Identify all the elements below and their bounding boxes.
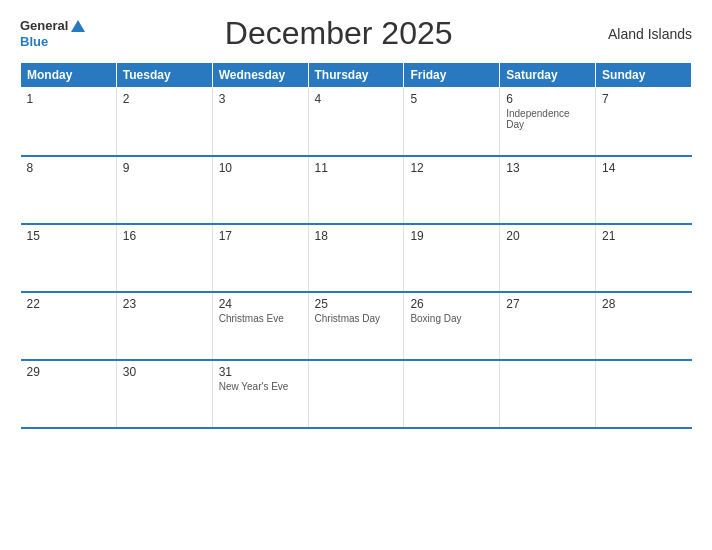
day-number: 28 bbox=[602, 297, 685, 311]
day-number: 9 bbox=[123, 161, 206, 175]
calendar-cell: 23 bbox=[116, 292, 212, 360]
calendar-cell: 20 bbox=[500, 224, 596, 292]
col-thursday: Thursday bbox=[308, 63, 404, 88]
day-number: 16 bbox=[123, 229, 206, 243]
calendar-week-5: 293031New Year's Eve bbox=[21, 360, 692, 428]
holiday-label: Independence Day bbox=[506, 108, 589, 130]
day-number: 25 bbox=[315, 297, 398, 311]
calendar-cell: 4 bbox=[308, 88, 404, 156]
logo-bottom: Blue bbox=[20, 34, 85, 50]
day-number: 2 bbox=[123, 92, 206, 106]
day-number: 31 bbox=[219, 365, 302, 379]
day-number: 27 bbox=[506, 297, 589, 311]
calendar-cell: 7 bbox=[596, 88, 692, 156]
day-number: 24 bbox=[219, 297, 302, 311]
calendar-cell: 5 bbox=[404, 88, 500, 156]
calendar-table: Monday Tuesday Wednesday Thursday Friday… bbox=[20, 62, 692, 429]
calendar-week-3: 15161718192021 bbox=[21, 224, 692, 292]
day-number: 17 bbox=[219, 229, 302, 243]
logo-top: General bbox=[20, 18, 85, 34]
calendar-header: Monday Tuesday Wednesday Thursday Friday… bbox=[21, 63, 692, 88]
calendar-cell: 9 bbox=[116, 156, 212, 224]
calendar-cell: 11 bbox=[308, 156, 404, 224]
day-number: 15 bbox=[27, 229, 110, 243]
day-number: 26 bbox=[410, 297, 493, 311]
calendar-cell: 8 bbox=[21, 156, 117, 224]
calendar-cell: 15 bbox=[21, 224, 117, 292]
holiday-label: New Year's Eve bbox=[219, 381, 302, 392]
day-number: 22 bbox=[27, 297, 110, 311]
logo-triangle-icon bbox=[71, 20, 85, 32]
calendar-cell: 14 bbox=[596, 156, 692, 224]
calendar-cell: 25Christmas Day bbox=[308, 292, 404, 360]
calendar-cell: 2 bbox=[116, 88, 212, 156]
calendar-cell: 24Christmas Eve bbox=[212, 292, 308, 360]
calendar-cell bbox=[308, 360, 404, 428]
day-number: 21 bbox=[602, 229, 685, 243]
calendar-cell bbox=[404, 360, 500, 428]
day-number: 30 bbox=[123, 365, 206, 379]
calendar-cell: 16 bbox=[116, 224, 212, 292]
col-wednesday: Wednesday bbox=[212, 63, 308, 88]
calendar-cell bbox=[500, 360, 596, 428]
calendar-cell: 27 bbox=[500, 292, 596, 360]
col-sunday: Sunday bbox=[596, 63, 692, 88]
calendar-week-1: 123456Independence Day7 bbox=[21, 88, 692, 156]
day-number: 6 bbox=[506, 92, 589, 106]
calendar-title: December 2025 bbox=[85, 15, 592, 52]
calendar-cell bbox=[596, 360, 692, 428]
day-number: 1 bbox=[27, 92, 110, 106]
calendar-cell: 30 bbox=[116, 360, 212, 428]
calendar-cell: 18 bbox=[308, 224, 404, 292]
logo: General Blue bbox=[20, 18, 85, 49]
header: General Blue December 2025 Aland Islands bbox=[20, 15, 692, 52]
holiday-label: Boxing Day bbox=[410, 313, 493, 324]
calendar-cell: 17 bbox=[212, 224, 308, 292]
day-number: 23 bbox=[123, 297, 206, 311]
calendar-body: 123456Independence Day789101112131415161… bbox=[21, 88, 692, 428]
calendar-week-2: 891011121314 bbox=[21, 156, 692, 224]
day-number: 14 bbox=[602, 161, 685, 175]
logo-blue-text: Blue bbox=[20, 34, 48, 50]
weekday-row: Monday Tuesday Wednesday Thursday Friday… bbox=[21, 63, 692, 88]
calendar-cell: 22 bbox=[21, 292, 117, 360]
col-monday: Monday bbox=[21, 63, 117, 88]
calendar-cell: 10 bbox=[212, 156, 308, 224]
calendar-page: General Blue December 2025 Aland Islands… bbox=[0, 0, 712, 550]
calendar-week-4: 222324Christmas Eve25Christmas Day26Boxi… bbox=[21, 292, 692, 360]
calendar-cell: 28 bbox=[596, 292, 692, 360]
day-number: 12 bbox=[410, 161, 493, 175]
calendar-cell: 1 bbox=[21, 88, 117, 156]
day-number: 3 bbox=[219, 92, 302, 106]
day-number: 5 bbox=[410, 92, 493, 106]
calendar-cell: 3 bbox=[212, 88, 308, 156]
day-number: 7 bbox=[602, 92, 685, 106]
calendar-cell: 12 bbox=[404, 156, 500, 224]
calendar-cell: 19 bbox=[404, 224, 500, 292]
calendar-cell: 26Boxing Day bbox=[404, 292, 500, 360]
day-number: 20 bbox=[506, 229, 589, 243]
calendar-cell: 13 bbox=[500, 156, 596, 224]
col-friday: Friday bbox=[404, 63, 500, 88]
day-number: 10 bbox=[219, 161, 302, 175]
calendar-cell: 6Independence Day bbox=[500, 88, 596, 156]
day-number: 29 bbox=[27, 365, 110, 379]
day-number: 4 bbox=[315, 92, 398, 106]
day-number: 19 bbox=[410, 229, 493, 243]
calendar-cell: 21 bbox=[596, 224, 692, 292]
day-number: 18 bbox=[315, 229, 398, 243]
day-number: 11 bbox=[315, 161, 398, 175]
day-number: 8 bbox=[27, 161, 110, 175]
calendar-cell: 29 bbox=[21, 360, 117, 428]
holiday-label: Christmas Eve bbox=[219, 313, 302, 324]
logo-general-text: General bbox=[20, 18, 68, 34]
col-tuesday: Tuesday bbox=[116, 63, 212, 88]
region-label: Aland Islands bbox=[592, 26, 692, 42]
calendar-cell: 31New Year's Eve bbox=[212, 360, 308, 428]
day-number: 13 bbox=[506, 161, 589, 175]
holiday-label: Christmas Day bbox=[315, 313, 398, 324]
col-saturday: Saturday bbox=[500, 63, 596, 88]
